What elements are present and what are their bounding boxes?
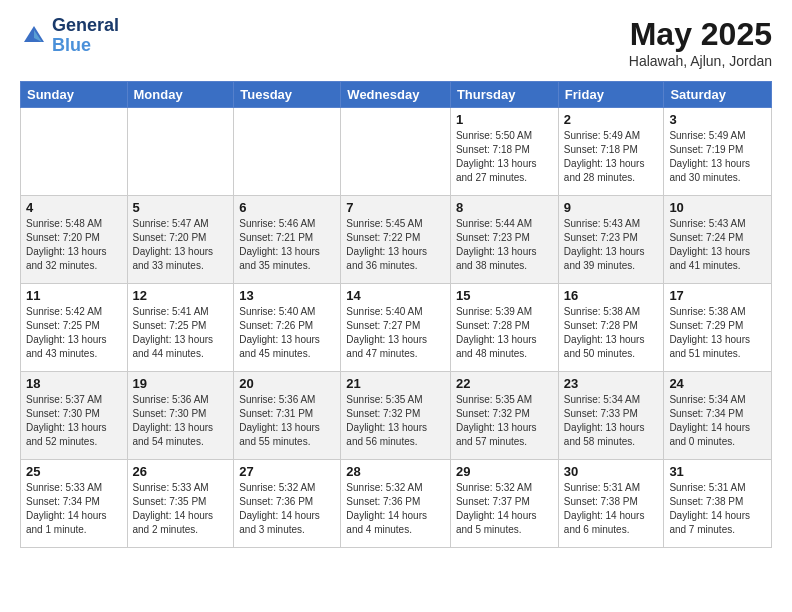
day-info: Sunrise: 5:32 AM Sunset: 7:36 PM Dayligh… — [239, 481, 335, 537]
day-cell: 5Sunrise: 5:47 AM Sunset: 7:20 PM Daylig… — [127, 196, 234, 284]
month-title: May 2025 — [629, 16, 772, 53]
week-row-2: 4Sunrise: 5:48 AM Sunset: 7:20 PM Daylig… — [21, 196, 772, 284]
title-area: May 2025 Halawah, Ajlun, Jordan — [629, 16, 772, 69]
location: Halawah, Ajlun, Jordan — [629, 53, 772, 69]
logo-text: General Blue — [52, 16, 119, 56]
day-cell: 25Sunrise: 5:33 AM Sunset: 7:34 PM Dayli… — [21, 460, 128, 548]
day-info: Sunrise: 5:38 AM Sunset: 7:29 PM Dayligh… — [669, 305, 766, 361]
day-cell: 28Sunrise: 5:32 AM Sunset: 7:36 PM Dayli… — [341, 460, 451, 548]
day-number: 23 — [564, 376, 659, 391]
calendar-body: 1Sunrise: 5:50 AM Sunset: 7:18 PM Daylig… — [21, 108, 772, 548]
day-number: 25 — [26, 464, 122, 479]
day-cell: 6Sunrise: 5:46 AM Sunset: 7:21 PM Daylig… — [234, 196, 341, 284]
day-info: Sunrise: 5:33 AM Sunset: 7:35 PM Dayligh… — [133, 481, 229, 537]
logo-icon — [20, 22, 48, 50]
week-row-4: 18Sunrise: 5:37 AM Sunset: 7:30 PM Dayli… — [21, 372, 772, 460]
day-info: Sunrise: 5:49 AM Sunset: 7:18 PM Dayligh… — [564, 129, 659, 185]
day-number: 13 — [239, 288, 335, 303]
day-number: 27 — [239, 464, 335, 479]
day-info: Sunrise: 5:31 AM Sunset: 7:38 PM Dayligh… — [564, 481, 659, 537]
day-info: Sunrise: 5:45 AM Sunset: 7:22 PM Dayligh… — [346, 217, 445, 273]
day-cell: 17Sunrise: 5:38 AM Sunset: 7:29 PM Dayli… — [664, 284, 772, 372]
day-number: 5 — [133, 200, 229, 215]
day-number: 2 — [564, 112, 659, 127]
day-info: Sunrise: 5:49 AM Sunset: 7:19 PM Dayligh… — [669, 129, 766, 185]
day-info: Sunrise: 5:44 AM Sunset: 7:23 PM Dayligh… — [456, 217, 553, 273]
day-info: Sunrise: 5:39 AM Sunset: 7:28 PM Dayligh… — [456, 305, 553, 361]
day-cell: 21Sunrise: 5:35 AM Sunset: 7:32 PM Dayli… — [341, 372, 451, 460]
day-number: 8 — [456, 200, 553, 215]
day-header-tuesday: Tuesday — [234, 82, 341, 108]
day-number: 24 — [669, 376, 766, 391]
day-cell: 15Sunrise: 5:39 AM Sunset: 7:28 PM Dayli… — [450, 284, 558, 372]
week-row-1: 1Sunrise: 5:50 AM Sunset: 7:18 PM Daylig… — [21, 108, 772, 196]
day-cell: 11Sunrise: 5:42 AM Sunset: 7:25 PM Dayli… — [21, 284, 128, 372]
day-number: 29 — [456, 464, 553, 479]
day-info: Sunrise: 5:48 AM Sunset: 7:20 PM Dayligh… — [26, 217, 122, 273]
day-cell: 19Sunrise: 5:36 AM Sunset: 7:30 PM Dayli… — [127, 372, 234, 460]
day-info: Sunrise: 5:40 AM Sunset: 7:26 PM Dayligh… — [239, 305, 335, 361]
day-info: Sunrise: 5:41 AM Sunset: 7:25 PM Dayligh… — [133, 305, 229, 361]
day-info: Sunrise: 5:33 AM Sunset: 7:34 PM Dayligh… — [26, 481, 122, 537]
day-number: 14 — [346, 288, 445, 303]
week-row-3: 11Sunrise: 5:42 AM Sunset: 7:25 PM Dayli… — [21, 284, 772, 372]
day-cell: 27Sunrise: 5:32 AM Sunset: 7:36 PM Dayli… — [234, 460, 341, 548]
day-info: Sunrise: 5:32 AM Sunset: 7:36 PM Dayligh… — [346, 481, 445, 537]
week-row-5: 25Sunrise: 5:33 AM Sunset: 7:34 PM Dayli… — [21, 460, 772, 548]
day-number: 20 — [239, 376, 335, 391]
day-number: 30 — [564, 464, 659, 479]
day-number: 3 — [669, 112, 766, 127]
day-info: Sunrise: 5:38 AM Sunset: 7:28 PM Dayligh… — [564, 305, 659, 361]
day-info: Sunrise: 5:32 AM Sunset: 7:37 PM Dayligh… — [456, 481, 553, 537]
header-row: SundayMondayTuesdayWednesdayThursdayFrid… — [21, 82, 772, 108]
day-header-monday: Monday — [127, 82, 234, 108]
day-cell: 3Sunrise: 5:49 AM Sunset: 7:19 PM Daylig… — [664, 108, 772, 196]
day-cell: 18Sunrise: 5:37 AM Sunset: 7:30 PM Dayli… — [21, 372, 128, 460]
day-cell: 20Sunrise: 5:36 AM Sunset: 7:31 PM Dayli… — [234, 372, 341, 460]
day-info: Sunrise: 5:37 AM Sunset: 7:30 PM Dayligh… — [26, 393, 122, 449]
day-info: Sunrise: 5:35 AM Sunset: 7:32 PM Dayligh… — [346, 393, 445, 449]
day-header-saturday: Saturday — [664, 82, 772, 108]
day-number: 9 — [564, 200, 659, 215]
day-header-friday: Friday — [558, 82, 664, 108]
day-number: 15 — [456, 288, 553, 303]
day-cell: 14Sunrise: 5:40 AM Sunset: 7:27 PM Dayli… — [341, 284, 451, 372]
day-cell: 23Sunrise: 5:34 AM Sunset: 7:33 PM Dayli… — [558, 372, 664, 460]
day-cell: 12Sunrise: 5:41 AM Sunset: 7:25 PM Dayli… — [127, 284, 234, 372]
calendar-header: SundayMondayTuesdayWednesdayThursdayFrid… — [21, 82, 772, 108]
day-number: 26 — [133, 464, 229, 479]
day-number: 19 — [133, 376, 229, 391]
day-info: Sunrise: 5:34 AM Sunset: 7:34 PM Dayligh… — [669, 393, 766, 449]
day-header-sunday: Sunday — [21, 82, 128, 108]
day-cell: 1Sunrise: 5:50 AM Sunset: 7:18 PM Daylig… — [450, 108, 558, 196]
day-cell: 30Sunrise: 5:31 AM Sunset: 7:38 PM Dayli… — [558, 460, 664, 548]
day-cell — [21, 108, 128, 196]
day-number: 21 — [346, 376, 445, 391]
day-number: 22 — [456, 376, 553, 391]
day-cell: 9Sunrise: 5:43 AM Sunset: 7:23 PM Daylig… — [558, 196, 664, 284]
day-cell: 26Sunrise: 5:33 AM Sunset: 7:35 PM Dayli… — [127, 460, 234, 548]
day-cell — [127, 108, 234, 196]
logo: General Blue — [20, 16, 119, 56]
logo-line1: General — [52, 16, 119, 36]
day-info: Sunrise: 5:43 AM Sunset: 7:23 PM Dayligh… — [564, 217, 659, 273]
day-info: Sunrise: 5:34 AM Sunset: 7:33 PM Dayligh… — [564, 393, 659, 449]
day-number: 17 — [669, 288, 766, 303]
day-cell: 10Sunrise: 5:43 AM Sunset: 7:24 PM Dayli… — [664, 196, 772, 284]
calendar: SundayMondayTuesdayWednesdayThursdayFrid… — [20, 81, 772, 548]
day-number: 4 — [26, 200, 122, 215]
day-cell: 4Sunrise: 5:48 AM Sunset: 7:20 PM Daylig… — [21, 196, 128, 284]
day-number: 18 — [26, 376, 122, 391]
day-number: 12 — [133, 288, 229, 303]
day-number: 16 — [564, 288, 659, 303]
day-number: 28 — [346, 464, 445, 479]
day-number: 1 — [456, 112, 553, 127]
day-info: Sunrise: 5:46 AM Sunset: 7:21 PM Dayligh… — [239, 217, 335, 273]
day-cell: 7Sunrise: 5:45 AM Sunset: 7:22 PM Daylig… — [341, 196, 451, 284]
day-cell: 29Sunrise: 5:32 AM Sunset: 7:37 PM Dayli… — [450, 460, 558, 548]
day-info: Sunrise: 5:35 AM Sunset: 7:32 PM Dayligh… — [456, 393, 553, 449]
day-info: Sunrise: 5:47 AM Sunset: 7:20 PM Dayligh… — [133, 217, 229, 273]
day-info: Sunrise: 5:31 AM Sunset: 7:38 PM Dayligh… — [669, 481, 766, 537]
day-info: Sunrise: 5:42 AM Sunset: 7:25 PM Dayligh… — [26, 305, 122, 361]
day-cell: 31Sunrise: 5:31 AM Sunset: 7:38 PM Dayli… — [664, 460, 772, 548]
